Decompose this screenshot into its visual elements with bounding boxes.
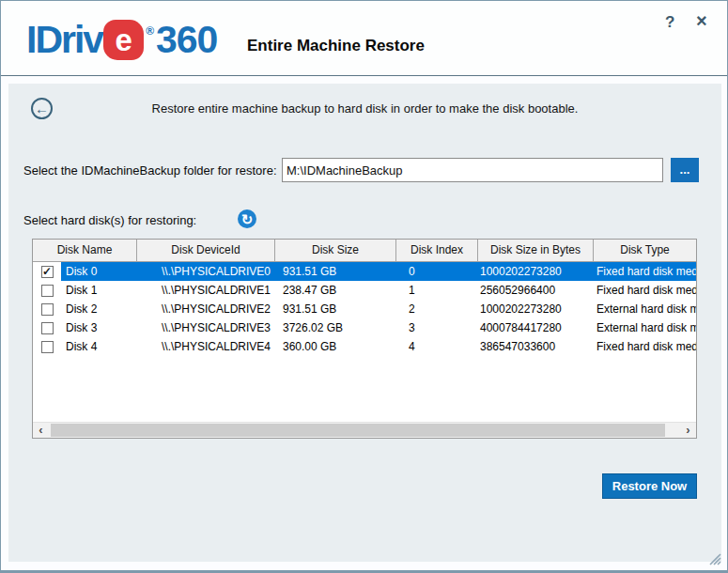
- disk-deviceid-cell: \\.\PHYSICALDRIVE1: [137, 281, 275, 300]
- disk-name-cell: Disk 1: [61, 281, 137, 300]
- disk-deviceid-cell: \\.\PHYSICALDRIVE0: [137, 262, 275, 281]
- logo-text-idriv: IDriv: [26, 18, 102, 62]
- folder-path-input[interactable]: [282, 158, 663, 182]
- table-row[interactable]: Disk 1 \\.\PHYSICALDRIVE1 238.47 GB 1 25…: [33, 281, 696, 300]
- disk-index-cell: 4: [396, 337, 478, 356]
- disk-size-cell: 238.47 GB: [275, 281, 396, 300]
- scrollbar-thumb[interactable]: [51, 424, 665, 437]
- header-bar: IDriv e ® 360 Entire Machine Restore ? ×: [1, 1, 727, 76]
- checkbox-cell: ✓: [33, 262, 61, 281]
- disk-size-bytes-cell: 1000202273280: [478, 262, 594, 281]
- disk-type-cell: External hard disk media: [594, 300, 696, 318]
- row-checkbox[interactable]: [41, 322, 54, 334]
- table-row[interactable]: Disk 2 \\.\PHYSICALDRIVE2 931.51 GB 2 10…: [33, 300, 696, 318]
- disk-type-cell: Fixed hard disk media: [594, 281, 696, 300]
- table-row[interactable]: Disk 4 \\.\PHYSICALDRIVE4 360.00 GB 4 38…: [33, 337, 696, 356]
- disk-size-cell: 3726.02 GB: [275, 318, 396, 337]
- page-title: Entire Machine Restore: [247, 37, 425, 55]
- disk-name-cell: Disk 3: [61, 318, 137, 337]
- checkbox-cell: [33, 318, 61, 337]
- column-header-disk-type[interactable]: Disk Type: [594, 240, 696, 262]
- instruction-text: Restore entire machine backup to hard di…: [8, 101, 721, 116]
- checkbox-cell: [33, 300, 61, 318]
- resize-grip-icon[interactable]: [709, 552, 721, 569]
- disk-index-cell: 0: [396, 262, 478, 281]
- disk-name-cell: Disk 2: [61, 300, 137, 318]
- browse-button[interactable]: ...: [671, 158, 699, 182]
- disk-type-cell: External hard disk media: [594, 318, 696, 337]
- column-header-disk-name[interactable]: Disk Name: [33, 240, 137, 262]
- disk-size-bytes-cell: 386547033600: [478, 337, 594, 356]
- restore-now-button[interactable]: Restore Now: [602, 473, 697, 499]
- table-row[interactable]: Disk 3 \\.\PHYSICALDRIVE3 3726.02 GB 3 4…: [33, 318, 696, 337]
- table-row[interactable]: ✓ Disk 0 \\.\PHYSICALDRIVE0 931.51 GB 0 …: [33, 262, 696, 281]
- logo-registered-mark: ®: [146, 24, 154, 38]
- disk-index-cell: 3: [396, 318, 478, 337]
- disks-label: Select hard disk(s) for restoring:: [23, 213, 196, 227]
- checkbox-cell: [33, 337, 61, 356]
- disk-deviceid-cell: \\.\PHYSICALDRIVE4: [137, 337, 275, 356]
- column-header-disk-size-bytes[interactable]: Disk Size in Bytes: [478, 240, 594, 262]
- disk-size-bytes-cell: 256052966400: [478, 281, 594, 300]
- disk-name-cell: Disk 0: [61, 262, 137, 281]
- column-header-disk-size[interactable]: Disk Size: [275, 240, 396, 262]
- disk-table-header: Disk Name Disk DeviceId Disk Size Disk I…: [33, 240, 696, 262]
- logo-text-360: 360: [156, 18, 217, 62]
- scroll-right-icon[interactable]: ›: [680, 423, 696, 438]
- row-checkbox[interactable]: [41, 303, 54, 316]
- app-window: IDriv e ® 360 Entire Machine Restore ? ×…: [0, 0, 728, 573]
- row-checkbox[interactable]: ✓: [41, 266, 54, 278]
- disk-type-cell: Fixed hard disk media: [594, 337, 696, 356]
- close-icon[interactable]: ×: [696, 10, 707, 32]
- column-header-disk-index[interactable]: Disk Index: [396, 240, 478, 262]
- help-icon[interactable]: ?: [665, 13, 674, 32]
- folder-label: Select the IDMachineBackup folder for re…: [23, 163, 277, 178]
- checkbox-cell: [33, 281, 61, 300]
- disk-deviceid-cell: \\.\PHYSICALDRIVE2: [137, 300, 275, 318]
- row-checkbox[interactable]: [41, 285, 54, 297]
- column-header-disk-deviceid[interactable]: Disk DeviceId: [137, 240, 275, 262]
- disk-size-cell: 931.51 GB: [275, 300, 396, 318]
- disk-table: Disk Name Disk DeviceId Disk Size Disk I…: [32, 239, 697, 439]
- horizontal-scrollbar[interactable]: ‹ ›: [33, 422, 696, 438]
- disk-name-cell: Disk 4: [61, 337, 137, 356]
- disk-index-cell: 2: [396, 300, 478, 318]
- disk-size-bytes-cell: 4000784417280: [478, 318, 594, 337]
- idrive360-logo: IDriv e ® 360: [26, 18, 217, 62]
- disk-deviceid-cell: \\.\PHYSICALDRIVE3: [137, 318, 275, 337]
- disk-index-cell: 1: [396, 281, 478, 300]
- disk-table-body: ✓ Disk 0 \\.\PHYSICALDRIVE0 931.51 GB 0 …: [33, 262, 696, 422]
- refresh-button[interactable]: ↻: [238, 209, 256, 228]
- logo-lock-icon: e: [103, 20, 144, 60]
- refresh-icon: ↻: [241, 212, 254, 226]
- row-checkbox[interactable]: [41, 341, 54, 353]
- disk-type-cell: Fixed hard disk media: [594, 262, 696, 281]
- scroll-left-icon[interactable]: ‹: [33, 423, 49, 438]
- main-panel: ← Restore entire machine backup to hard …: [8, 84, 721, 562]
- disk-size-cell: 931.51 GB: [275, 262, 396, 281]
- disk-size-cell: 360.00 GB: [275, 337, 396, 356]
- disk-size-bytes-cell: 1000202273280: [478, 300, 594, 318]
